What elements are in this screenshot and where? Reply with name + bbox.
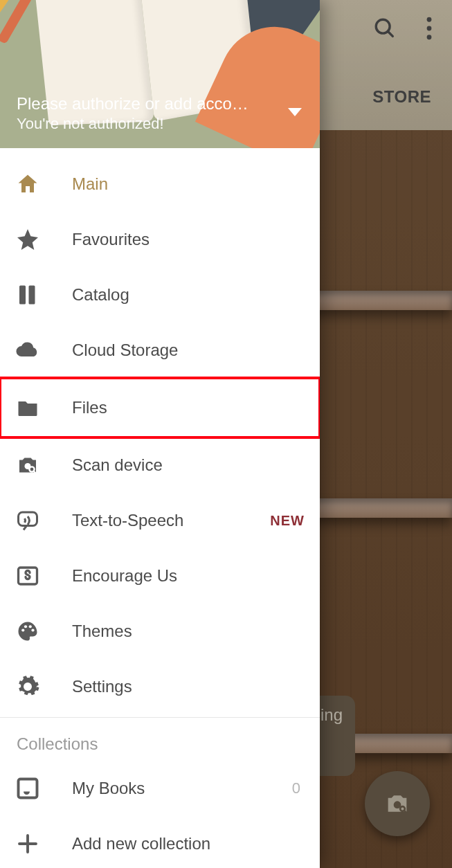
drawer-header-title: Please authorize or add acco… [17, 94, 271, 114]
collection-label: Add new collection [72, 834, 305, 853]
gear-icon [15, 674, 40, 699]
chevron-down-icon[interactable] [288, 108, 302, 116]
nav-item-settings[interactable]: Settings [0, 659, 320, 714]
nav-item-main[interactable]: Main [0, 156, 320, 212]
svg-point-15 [21, 629, 24, 631]
nav-label: Scan device [72, 455, 305, 475]
nav-label: Main [72, 174, 305, 194]
nav-item-scan-device[interactable]: Scan device [0, 437, 320, 493]
home-icon [15, 172, 40, 197]
nav-label: Settings [72, 677, 305, 696]
svg-rect-19 [19, 779, 37, 798]
svg-rect-8 [19, 286, 26, 305]
drawer-header[interactable]: Please authorize or add acco… You're not… [0, 0, 320, 148]
svg-point-16 [24, 625, 27, 628]
nav-label: Cloud Storage [72, 341, 305, 360]
divider [0, 717, 320, 718]
speech-icon [15, 508, 40, 533]
nav-item-files[interactable]: Files [0, 378, 320, 437]
nav-item-text-to-speech[interactable]: Text-to-Speech NEW [0, 493, 320, 548]
drawer-header-subtitle: You're not authorized! [17, 115, 271, 133]
cloud-icon [15, 338, 40, 363]
books-icon [15, 282, 40, 307]
palette-icon [15, 619, 40, 644]
collections-section-title: Collections [0, 723, 320, 761]
svg-point-18 [31, 629, 34, 631]
nav-item-themes[interactable]: Themes [0, 604, 320, 659]
nav-item-encourage-us[interactable]: Encourage Us [0, 548, 320, 604]
collection-label: My Books [72, 779, 260, 798]
nav-label: Encourage Us [72, 566, 305, 586]
star-icon [15, 227, 40, 252]
dollar-icon [15, 563, 40, 588]
folder-icon [15, 395, 40, 420]
collection-item-add[interactable]: Add new collection [0, 816, 320, 868]
navigation-drawer: Please authorize or add acco… You're not… [0, 0, 320, 868]
inbox-icon [15, 776, 40, 801]
nav-label: Favourites [72, 230, 305, 249]
nav-item-cloud-storage[interactable]: Cloud Storage [0, 323, 320, 378]
nav-label: Catalog [72, 285, 305, 305]
new-badge: NEW [270, 513, 305, 529]
plus-icon [15, 831, 40, 856]
nav-item-favourites[interactable]: Favourites [0, 212, 320, 267]
nav-label: Themes [72, 622, 305, 641]
collection-count: 0 [292, 779, 305, 797]
camera-search-icon [15, 453, 40, 478]
nav-item-catalog[interactable]: Catalog [0, 267, 320, 323]
nav-label: Files [72, 398, 305, 417]
nav-label: Text-to-Speech [72, 511, 238, 530]
svg-rect-9 [29, 286, 35, 305]
svg-point-17 [29, 625, 32, 628]
collection-item-my-books[interactable]: My Books 0 [0, 761, 320, 816]
